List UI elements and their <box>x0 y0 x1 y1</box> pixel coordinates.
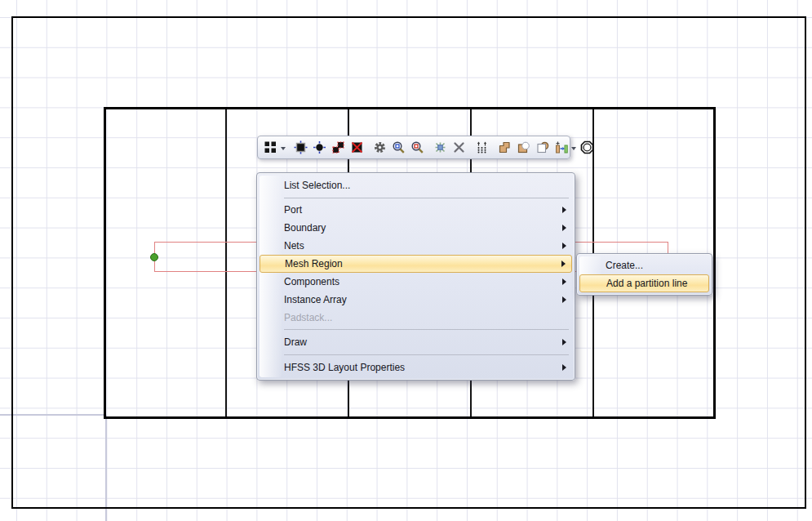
submenu-item-add-partition-line[interactable]: Add a partition line <box>579 274 709 292</box>
select-point-icon[interactable] <box>311 138 328 157</box>
settings-gear-icon[interactable] <box>371 138 388 157</box>
menu-item-label: Instance Array <box>284 294 347 305</box>
select-object-icon[interactable] <box>292 138 309 157</box>
submenu-arrow-icon <box>562 225 566 231</box>
menu-item-port[interactable]: Port <box>260 201 572 219</box>
align-distribute-icon[interactable] <box>552 138 570 157</box>
vertex-dot[interactable] <box>150 253 158 261</box>
submenu-item-create[interactable]: Create... <box>579 256 709 274</box>
zoom-area-icon[interactable] <box>409 138 426 157</box>
submenu-arrow-icon <box>562 278 566 285</box>
components-grid-icon[interactable] <box>262 138 279 157</box>
menu-item-list-selection[interactable]: List Selection... <box>260 176 572 195</box>
menu-item-label: Boundary <box>284 222 326 234</box>
menu-item-padstack: Padstack... <box>260 309 572 327</box>
subtract-icon[interactable] <box>515 138 532 157</box>
align-distribute-dropdown-icon[interactable] <box>571 147 576 153</box>
menu-item-label: HFSS 3D Layout Properties <box>284 362 405 373</box>
menu-item-label: Nets <box>284 240 304 252</box>
stackup-icon[interactable] <box>473 138 490 157</box>
submenu-arrow-icon <box>562 296 566 303</box>
mesh-region-submenu: Create... Add a partition line <box>576 253 712 296</box>
delete-icon[interactable] <box>450 138 468 157</box>
menu-item-nets[interactable]: Nets <box>260 237 572 255</box>
menu-item-label: Components <box>284 276 339 287</box>
submenu-arrow-icon <box>562 207 566 213</box>
submenu-arrow-icon <box>562 243 566 249</box>
snap-mode-icon[interactable] <box>432 138 449 157</box>
menu-item-boundary[interactable]: Boundary <box>260 219 572 237</box>
submenu-arrow-icon <box>562 339 566 345</box>
components-grid-dropdown-icon[interactable] <box>281 147 286 153</box>
menu-item-hfss-3d-layout-properties[interactable]: HFSS 3D Layout Properties <box>260 358 572 377</box>
menu-item-mesh-region[interactable]: Mesh Region <box>260 255 572 273</box>
menu-separator <box>284 198 569 198</box>
clear-selection-icon[interactable] <box>348 138 366 157</box>
union-icon[interactable] <box>496 138 513 157</box>
menu-item-label: Port <box>284 204 302 216</box>
zoom-in-icon[interactable] <box>390 138 407 157</box>
menu-item-label: Mesh Region <box>285 258 343 269</box>
submenu-arrow-icon <box>561 260 566 267</box>
menu-separator <box>284 329 569 330</box>
menu-item-label: Draw <box>284 336 307 348</box>
context-menu: List Selection... Port Boundary Nets Mes… <box>256 172 575 381</box>
floating-toolbar <box>257 136 570 159</box>
layout-canvas[interactable]: List Selection... Port Boundary Nets Mes… <box>0 0 812 521</box>
selected-primitives-icon[interactable] <box>330 138 347 157</box>
menu-separator <box>284 354 569 355</box>
octagon-circle-icon[interactable] <box>579 138 596 157</box>
intersect-icon[interactable] <box>534 138 551 157</box>
menu-item-components[interactable]: Components <box>260 273 572 291</box>
menu-item-instance-array[interactable]: Instance Array <box>260 291 572 309</box>
menu-item-draw[interactable]: Draw <box>260 332 572 352</box>
submenu-arrow-icon <box>562 364 566 371</box>
